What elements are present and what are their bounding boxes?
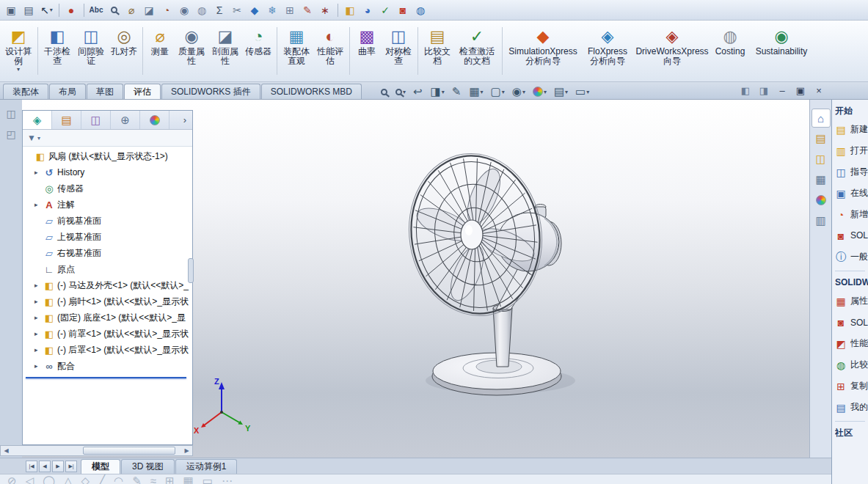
design-library-tab[interactable]: ▤ <box>812 129 831 148</box>
driveworksxpress-wizard-button[interactable]: ◈ DriveWorksXpress 向导 <box>634 23 710 79</box>
render-sphere-icon[interactable]: ◕ <box>360 2 376 18</box>
mass-properties-button[interactable]: ◉ 质量属性 <box>175 23 208 79</box>
view-palette-tab[interactable]: ▦ <box>812 170 831 189</box>
performance-benchmark-link[interactable]: ◩性能基准测试 <box>835 333 868 354</box>
annotation-view-button[interactable]: ✎ <box>450 84 464 100</box>
tab-layout[interactable]: 布局 <box>49 84 86 99</box>
simulationxpress-wizard-button[interactable]: ◆ SimulationXpress 分析向导 <box>505 23 581 79</box>
sketch-icon[interactable]: ✎ <box>299 2 316 18</box>
minimize-button[interactable]: – <box>776 84 789 97</box>
next-pane-icon[interactable]: ◨ <box>757 84 770 97</box>
close-button[interactable]: × <box>812 84 825 97</box>
spline-tool-icon[interactable]: ≈ <box>150 475 156 483</box>
view-settings-button[interactable]: ▭▾ <box>573 84 591 100</box>
magnifier-icon[interactable] <box>106 2 123 18</box>
open-document-link[interactable]: ▥打开文档 <box>835 140 868 161</box>
curvature-button[interactable]: ▩ 曲率 <box>352 23 382 79</box>
tab-motion-study[interactable]: 运动算例1 <box>175 459 238 474</box>
property-tab-builder-link[interactable]: ▦属性标签编制程序 <box>835 290 868 312</box>
circle-tool-icon[interactable]: ◯ <box>43 475 55 483</box>
propertymanager-tab[interactable]: ▤ <box>52 111 81 129</box>
sw-file-icon[interactable]: ◙ <box>395 2 412 18</box>
restore-button[interactable]: ▣ <box>794 84 807 97</box>
general-info-link[interactable]: ⓘ一般信息 <box>835 246 868 268</box>
tree-item[interactable]: ▱ 上视基准面 <box>23 229 192 245</box>
tab-solidworks-mbd[interactable]: SOLIDWORKS MBD <box>261 84 362 99</box>
tree-item[interactable]: ◧ 风扇 (默认<默认_显示状态-1>) <box>23 148 192 164</box>
gauge-icon[interactable]: ◔ <box>158 2 175 18</box>
solidworks-rx-link[interactable]: ◙SOLIDWORKS Rx <box>835 312 868 333</box>
web-globe-icon[interactable]: ◍ <box>412 2 429 18</box>
approve-check-icon[interactable]: ✓ <box>377 2 394 18</box>
featuremanager-tab[interactable]: ◈ <box>23 111 52 129</box>
equations-icon[interactable]: Σ <box>211 2 228 18</box>
tree-item[interactable]: ▱ 右视基准面 <box>23 245 192 261</box>
fill-icon[interactable]: ◆ <box>247 2 263 18</box>
tree-item[interactable]: ▸ ◧ (-) 扇叶<1> (默认<<默认>_显示状 <box>23 293 192 309</box>
filter-dropdown-arrow[interactable]: ▾ <box>37 135 40 142</box>
tile-windows-icon[interactable]: ▤ <box>21 2 37 18</box>
arc-tool-icon[interactable]: ◠ <box>114 475 123 483</box>
tree-item[interactable]: ▸ ◧ (-) 后罩<1> (默认<<默认>_显示状 <box>23 342 192 358</box>
section-properties-button[interactable]: ◪ 剖面属性 <box>208 23 242 79</box>
measure-icon[interactable]: ⌀ <box>123 2 140 18</box>
collapse-panel-icon[interactable]: ◰ <box>3 126 19 142</box>
expand-arrow-icon[interactable]: ▸ <box>34 169 43 176</box>
tab-assembly[interactable]: 装配体 <box>3 84 48 99</box>
solidworks-resources-tab[interactable]: ⌂ <box>812 109 831 128</box>
tab-3d-views[interactable]: 3D 视图 <box>121 459 175 474</box>
filter-funnel-icon[interactable]: ▼ <box>27 133 36 143</box>
sensor-button[interactable]: ◔ 传感器 <box>242 23 274 79</box>
scroll-left-button[interactable]: ◀ <box>1 446 12 455</box>
expand-arrow-icon[interactable]: ▸ <box>34 201 43 208</box>
tab-model[interactable]: 模型 <box>81 459 120 474</box>
new-assembly-icon[interactable]: ◧ <box>342 2 359 18</box>
hole-alignment-button[interactable]: ◎ 孔对齐 <box>108 23 140 79</box>
next-tab-button[interactable]: ▶ <box>52 461 64 472</box>
interference-detection-button[interactable]: ◧ 干涉检查 <box>40 23 74 79</box>
display-style-button[interactable]: ▢▾ <box>489 84 507 100</box>
scroll-right-button[interactable]: ▶ <box>181 446 192 455</box>
dimension-icon[interactable]: ∗ <box>317 2 334 18</box>
hide-show-items-button[interactable]: ◉▾ <box>510 84 528 100</box>
previous-view-button[interactable]: ↩ <box>411 84 426 100</box>
measure-button[interactable]: ⌀ 测量 <box>145 23 175 79</box>
tree-item[interactable]: ▸ A 注解 <box>23 197 192 213</box>
new-document-link[interactable]: ▤新建文档 <box>835 119 868 140</box>
sustainability-button[interactable]: ◉ Sustainability <box>750 23 813 79</box>
previous-tab-button[interactable]: ◀ <box>39 461 51 472</box>
tree-item[interactable]: ▱ 前视基准面 <box>23 213 192 229</box>
tree-item[interactable]: ▸ ◧ (-) 前罩<1> (默认<<默认>_显示状 <box>23 326 192 342</box>
tab-solidworks-addins[interactable]: SOLIDWORKS 插件 <box>161 84 260 99</box>
mass-properties-icon[interactable]: ◉ <box>176 2 193 18</box>
edit-appearance-button[interactable]: ▾ <box>530 85 549 98</box>
fan-hub[interactable] <box>461 220 483 249</box>
zoom-area-button[interactable]: ▾ <box>393 87 408 97</box>
panel-expand-button[interactable]: › <box>178 111 192 129</box>
tab-sketch[interactable]: 草图 <box>87 84 123 99</box>
my-products-link[interactable]: ▤我的产品 <box>835 397 868 418</box>
file-explorer-tab[interactable]: ◫ <box>812 150 831 169</box>
copy-icon[interactable]: ⊞ <box>282 2 299 18</box>
expand-arrow-icon[interactable]: ▸ <box>34 314 43 321</box>
tree-item[interactable]: ▸ ◧ (固定) 底座<1> (默认<<默认>_显 <box>23 309 192 326</box>
tree-item[interactable]: ▸ ∞ 配合 <box>23 358 192 374</box>
prev-pane-icon[interactable]: ◧ <box>739 84 752 97</box>
polygon-tool-icon[interactable]: △ <box>64 475 73 483</box>
document-check-icon[interactable]: ◍ <box>194 2 211 18</box>
performance-evaluation-button[interactable]: ◐ 性能评估 <box>313 23 347 79</box>
more-tools-icon[interactable]: ⋯ <box>222 475 233 483</box>
offset-tool-icon[interactable]: ⊘ <box>7 475 17 483</box>
expand-arrow-icon[interactable]: ▸ <box>34 282 43 289</box>
tab-evaluate[interactable]: 评估 <box>124 84 161 99</box>
appearances-scenes-tab[interactable] <box>812 191 831 210</box>
clearance-verification-button[interactable]: ◫ 间隙验证 <box>74 23 108 79</box>
solidworks-forum-link[interactable]: ◙SOLIDWORKS 论坛 <box>835 225 868 246</box>
compare-score-link[interactable]: ◍比较我的分数 <box>835 354 868 375</box>
trim-icon[interactable]: ✂ <box>229 2 246 18</box>
line-tool-icon[interactable]: ╱ <box>98 475 105 483</box>
viewport-tool-icon[interactable]: ▭ <box>203 475 213 483</box>
material-sphere-icon[interactable]: ● <box>63 2 80 18</box>
first-tab-button[interactable]: |◀ <box>26 461 37 472</box>
sketch-pencil-icon[interactable]: ✎ <box>132 475 142 483</box>
